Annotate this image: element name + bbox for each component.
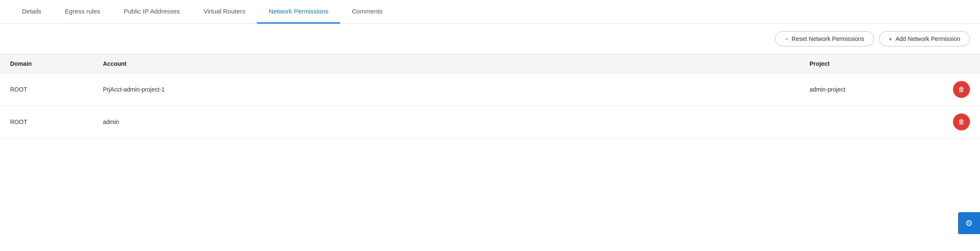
permissions-table: Domain Account Project ROOT PrjAcct-admi… [0, 54, 980, 138]
delete-row-button[interactable]: 🗑 [953, 113, 970, 130]
trash-icon: 🗑 [958, 86, 965, 93]
toolbar: − Reset Network Permissions + Add Networ… [0, 24, 980, 54]
row-account: admin [103, 119, 810, 125]
plus-icon: + [889, 35, 892, 42]
row-account: PrjAcct-admin-project-1 [103, 86, 810, 93]
table-row: ROOT admin 🗑 [0, 106, 980, 138]
col-project: Project [810, 60, 936, 67]
reset-permissions-button[interactable]: − Reset Network Permissions [775, 31, 874, 46]
tab-details[interactable]: Details [10, 0, 53, 24]
col-account: Account [103, 60, 810, 67]
tab-bar: DetailsEgress rulesPublic IP AddressesVi… [0, 0, 980, 24]
row-domain: ROOT [10, 119, 103, 125]
tab-egress-rules[interactable]: Egress rules [53, 0, 112, 24]
add-permission-button[interactable]: + Add Network Permission [879, 31, 970, 46]
row-project: admin-project [810, 86, 936, 93]
table-header: Domain Account Project [0, 54, 980, 73]
add-permission-label: Add Network Permission [896, 35, 960, 42]
col-actions [936, 60, 970, 67]
minus-icon: − [785, 35, 788, 42]
reset-permissions-label: Reset Network Permissions [792, 35, 864, 42]
table-row: ROOT PrjAcct-admin-project-1 admin-proje… [0, 73, 980, 106]
row-domain: ROOT [10, 86, 103, 93]
tab-network-permissions[interactable]: Network Permissions [257, 0, 340, 24]
tab-public-ip[interactable]: Public IP Addresses [112, 0, 192, 24]
trash-icon: 🗑 [958, 118, 965, 126]
delete-row-button[interactable]: 🗑 [953, 81, 970, 98]
tab-virtual-routers[interactable]: Virtual Routers [192, 0, 257, 24]
col-domain: Domain [10, 60, 103, 67]
tab-comments[interactable]: Comments [340, 0, 394, 24]
